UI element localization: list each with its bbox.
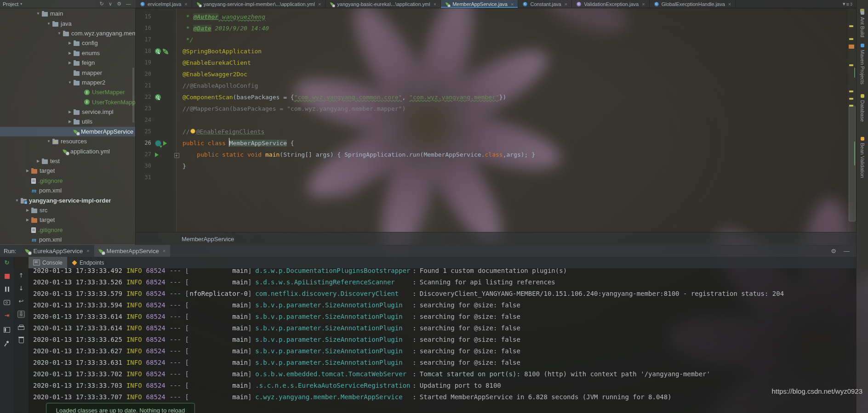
pin-icon[interactable]	[4, 340, 10, 347]
run-icon[interactable]	[163, 141, 167, 146]
expand-arrow-icon[interactable]: ▼	[45, 22, 52, 26]
close-icon[interactable]: ×	[318, 1, 321, 7]
editor-tab[interactable]: CerviceImpl.java×	[136, 0, 192, 8]
tree-item[interactable]: ▶target	[0, 215, 135, 225]
code-line[interactable]: 30}	[136, 160, 848, 172]
expand-arrow-icon[interactable]: ▼	[66, 80, 74, 85]
camera-icon[interactable]	[4, 300, 10, 305]
code-line[interactable]: 25//@EnableFeignClients	[136, 126, 848, 137]
code-line[interactable]: 20@EnableSwagger2Doc	[136, 68, 848, 80]
close-icon[interactable]: ×	[511, 1, 514, 7]
close-icon[interactable]: ×	[434, 1, 436, 7]
fold-expand-icon[interactable]: +	[174, 153, 179, 158]
tree-item[interactable]: MemberAppService	[0, 127, 135, 136]
clear-icon[interactable]	[19, 338, 24, 343]
gear-icon[interactable]: ⚙	[831, 248, 836, 255]
close-icon[interactable]: ×	[565, 1, 567, 7]
editor-tab[interactable]: MemberAppService.java×	[441, 0, 518, 8]
code-line[interactable]: 19@EnableEurekaClient	[136, 57, 848, 68]
softwrap-icon[interactable]: ↩	[18, 298, 24, 305]
tree-item[interactable]: .gitignore	[0, 176, 135, 186]
tree-item[interactable]: ▶service.impl	[0, 107, 135, 117]
expand-arrow-icon[interactable]: ▶	[66, 119, 74, 124]
expand-arrow-icon[interactable]: ▼	[45, 139, 52, 143]
code-line[interactable]: 16 * @Date 2019/9/20 14:40	[136, 23, 848, 34]
tree-item[interactable]: IUserTokenMapper	[0, 97, 135, 107]
tree-item[interactable]: application.yml	[0, 146, 135, 156]
code-line[interactable]: 27+ public static void main(String[] arg…	[136, 149, 848, 160]
tree-item[interactable]: ▶utils	[0, 117, 135, 126]
tree-item[interactable]: IUserMapper	[0, 87, 135, 97]
stop-icon[interactable]	[5, 274, 10, 279]
tree-item[interactable]: ▶feign	[0, 58, 135, 68]
code-line[interactable]: 17 */	[136, 34, 848, 45]
expand-arrow-icon[interactable]: ▶	[66, 61, 74, 65]
tree-item[interactable]: ▼mapper2	[0, 78, 135, 87]
code-line[interactable]: 15 * @Author wangyuezheng	[136, 11, 848, 23]
expand-arrow-icon[interactable]: ▶	[24, 208, 31, 212]
scrollend-icon[interactable]: ⇩	[18, 311, 24, 317]
bootrun-icon[interactable]	[155, 140, 161, 147]
error-stripe-mark[interactable]	[849, 64, 853, 66]
code-line[interactable]: 23//@MapperScan(basePackages = "com.wyz.…	[136, 103, 848, 114]
editor-tab[interactable]: CConstant.java×	[518, 0, 572, 8]
layout-icon[interactable]	[4, 327, 10, 333]
tree-item[interactable]: mpom.xml	[0, 235, 135, 244]
console-output[interactable]: 2020-01-13 17:33:33.492INFO68524--- [mai…	[29, 268, 856, 413]
scan-icon[interactable]	[155, 48, 161, 54]
view-tab-endpoints[interactable]: Endpoints	[67, 257, 108, 268]
close-icon[interactable]: ×	[163, 248, 166, 254]
project-panel-title[interactable]: Project	[3, 1, 18, 7]
rerun-icon[interactable]: ↻	[4, 260, 10, 266]
expand-arrow-icon[interactable]: ▶	[24, 218, 31, 222]
tool-window-button[interactable]: Bean Validation	[857, 137, 868, 178]
minimize-icon[interactable]: —	[844, 248, 850, 255]
tree-item[interactable]: ▼com.wyz.yangyang.member	[0, 28, 135, 38]
tree-item[interactable]: ▶config	[0, 38, 135, 48]
gear-icon[interactable]: ⚙	[117, 1, 121, 7]
exit-icon[interactable]: ⇥	[4, 312, 10, 319]
tool-window-button[interactable]: Database	[857, 94, 868, 122]
hidden-tabs-icon[interactable]: ▾≡3	[839, 0, 856, 8]
error-stripe-mark[interactable]	[849, 25, 853, 27]
run-icon[interactable]	[155, 153, 159, 157]
close-icon[interactable]: ×	[728, 1, 731, 7]
editor-tab[interactable]: yangyang-service-impl-member\...\applica…	[192, 0, 326, 8]
scan-icon[interactable]	[155, 94, 161, 100]
tool-window-button[interactable]: Ant Build	[857, 11, 868, 37]
tree-item[interactable]: ▼java	[0, 18, 135, 28]
expand-arrow-icon[interactable]: ▶	[34, 159, 42, 163]
close-icon[interactable]: ×	[642, 1, 645, 7]
editor-scrollbar[interactable]	[849, 106, 856, 221]
view-tab-console[interactable]: Console	[29, 257, 67, 268]
error-stripe-mark[interactable]	[849, 91, 853, 92]
project-scrollbar[interactable]	[132, 68, 134, 123]
tool-window-button[interactable]: Maven Projects	[857, 44, 868, 85]
sync-icon[interactable]: ↻	[100, 1, 104, 7]
hide-panel-icon[interactable]: —	[126, 1, 131, 7]
down-icon[interactable]: ↓	[18, 285, 24, 292]
editor-tab[interactable]: CGlobalExecptionHandle.java×	[650, 0, 736, 8]
tree-item[interactable]: ▶enums	[0, 48, 135, 58]
run-session-tab[interactable]: MemberAppService×	[94, 245, 171, 257]
chevron-down-icon[interactable]: ▾	[20, 2, 22, 6]
tree-item[interactable]: ▶src	[0, 205, 135, 215]
tree-item[interactable]: ▼resources	[0, 136, 135, 146]
tree-item[interactable]: .gitignore	[0, 225, 135, 235]
error-stripe-mark[interactable]	[849, 45, 854, 49]
code-line[interactable]: 21//@EnableApolloConfig	[136, 80, 848, 91]
close-icon[interactable]: ×	[86, 248, 89, 254]
code-line[interactable]: 18@SpringBootApplication	[136, 45, 848, 57]
code-editor[interactable]: 15 * @Author wangyuezheng16 * @Date 2019…	[136, 8, 848, 232]
tree-item[interactable]: ▼main	[0, 9, 135, 18]
expand-arrow-icon[interactable]: ▶	[24, 169, 31, 173]
expand-arrow-icon[interactable]: ▶	[66, 41, 74, 45]
error-stripe-mark[interactable]	[849, 38, 853, 40]
tree-item[interactable]: ▶test	[0, 156, 135, 166]
tree-item[interactable]: mpom.xml	[0, 186, 135, 195]
expand-arrow-icon[interactable]: ▼	[13, 198, 21, 203]
expand-arrow-icon[interactable]: ▼	[34, 11, 42, 16]
close-icon[interactable]: ×	[184, 1, 187, 7]
expand-arrow-icon[interactable]: ▶	[66, 51, 74, 55]
tree-item[interactable]: ▼yangyang-service-impl-order	[0, 195, 135, 205]
